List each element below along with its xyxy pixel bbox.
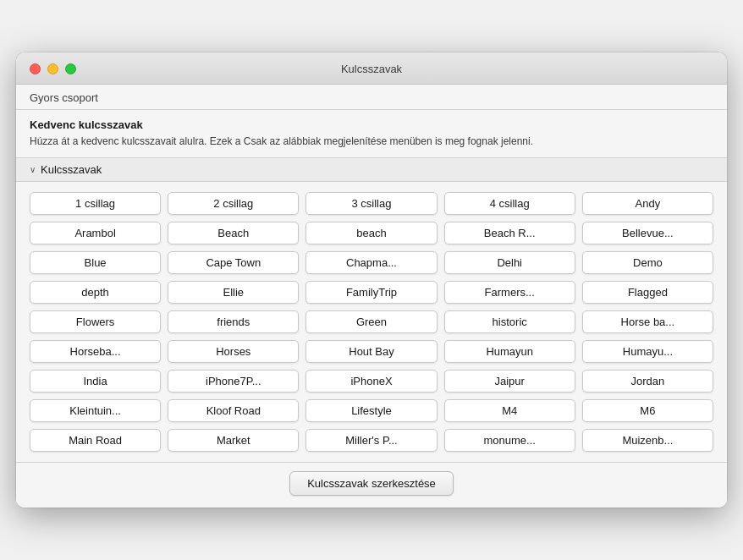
keyword-button[interactable]: Flowers [30,310,161,333]
keyword-button[interactable]: Chapma... [305,251,437,274]
keyword-button[interactable]: depth [30,281,161,304]
favorites-description: Húzza át a kedvenc kulcsszavait alulra. … [30,135,713,149]
keyword-button[interactable]: Demo [582,251,713,274]
keyword-button[interactable]: M4 [444,399,575,422]
keywords-header-label: Kulcsszavak [41,163,102,176]
keyword-button[interactable]: Hout Bay [305,340,437,363]
keyword-button[interactable]: Delhi [444,251,575,274]
keyword-button[interactable]: iPhoneX [305,370,437,393]
keyword-button[interactable]: Main Road [30,429,161,452]
keyword-button[interactable]: 3 csillag [305,192,437,215]
keywords-grid: 1 csillag2 csillag3 csillag4 csillagAndy… [16,182,727,462]
traffic-lights [30,63,76,74]
group-section: Gyors csoport [16,85,727,110]
keyword-button[interactable]: Beach [168,222,299,244]
keyword-button[interactable]: Miller's P... [305,429,437,452]
minimize-button[interactable] [47,63,58,74]
keyword-button[interactable]: Horseba... [30,340,161,363]
content-area: Gyors csoport Kedvenc kulcsszavak Húzza … [16,85,727,508]
keyword-button[interactable]: Kloof Road [168,399,299,422]
keyword-button[interactable]: friends [168,310,299,333]
edit-keywords-button[interactable]: Kulcsszavak szerkesztése [289,471,454,496]
keyword-button[interactable]: Kleintuin... [30,399,161,422]
keyword-button[interactable]: Cape Town [168,251,299,274]
keyword-button[interactable]: Jordan [582,370,713,393]
keyword-button[interactable]: India [30,370,161,393]
keyword-button[interactable]: Beach R... [444,222,575,244]
keyword-button[interactable]: monume... [444,429,575,452]
keyword-button[interactable]: Jaipur [444,370,575,393]
close-button[interactable] [30,63,41,74]
keyword-button[interactable]: beach [305,222,437,244]
group-label: Gyors csoport [30,91,98,104]
keyword-button[interactable]: Ellie [168,281,299,304]
keywords-header[interactable]: ∨ Kulcsszavak [16,158,727,182]
main-window: Kulcsszavak Gyors csoport Kedvenc kulcss… [16,52,727,508]
favorites-title: Kedvenc kulcsszavak [30,118,713,131]
keyword-button[interactable]: Lifestyle [305,399,437,422]
keyword-button[interactable]: M6 [582,399,713,422]
keyword-button[interactable]: Humayu... [582,340,713,363]
window-title: Kulcsszavak [341,63,402,75]
keyword-button[interactable]: 1 csillag [30,192,161,215]
maximize-button[interactable] [65,63,76,74]
keyword-button[interactable]: 2 csillag [168,192,299,215]
keyword-button[interactable]: Horses [168,340,299,363]
keyword-button[interactable]: Farmers... [444,281,575,304]
keyword-button[interactable]: historic [444,310,575,333]
keyword-button[interactable]: Arambol [30,222,161,244]
keyword-button[interactable]: iPhone7P... [168,370,299,393]
keyword-button[interactable]: Muizenb... [582,429,713,452]
favorites-section: Kedvenc kulcsszavak Húzza át a kedvenc k… [16,110,727,158]
keyword-button[interactable]: Flagged [582,281,713,304]
keyword-button[interactable]: Green [305,310,437,333]
chevron-down-icon: ∨ [30,165,36,174]
keyword-button[interactable]: Andy [582,192,713,215]
keyword-button[interactable]: 4 csillag [444,192,575,215]
keyword-button[interactable]: Bellevue... [582,222,713,244]
keyword-button[interactable]: Horse ba... [582,310,713,333]
keyword-button[interactable]: Humayun [444,340,575,363]
keyword-button[interactable]: Market [168,429,299,452]
titlebar: Kulcsszavak [16,52,727,85]
footer: Kulcsszavak szerkesztése [16,462,727,508]
keyword-button[interactable]: FamilyTrip [305,281,437,304]
keyword-button[interactable]: Blue [30,251,161,274]
